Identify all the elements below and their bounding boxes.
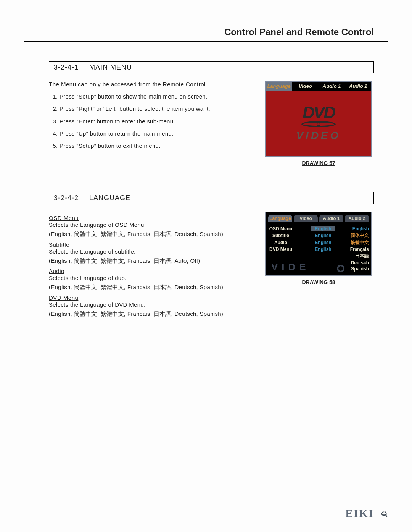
page-title: Control Panel and Remote Control [0, 27, 412, 41]
lang-option: English [350, 226, 369, 231]
sub-audio-desc: Selects the Language of dub. [49, 274, 252, 282]
sub-subtitle-langs: (English, 簡體中文, 繁體中文, Francais, 日本語, Aut… [49, 257, 252, 265]
page-number: ᨾ [378, 508, 388, 520]
osd-row-value: English [311, 247, 335, 252]
lang-option: Français [350, 247, 369, 252]
sub-audio-head: Audio [49, 268, 252, 274]
osd-row-value: English [311, 226, 335, 231]
osd-row-value: English [311, 240, 335, 245]
disc-icon [337, 265, 344, 272]
section-number: 3-2-4-1 [54, 63, 79, 71]
section-intro: The Menu can only be accessed from the R… [49, 81, 252, 87]
osd-tab-audio2: Audio 2 [345, 82, 371, 91]
figure-caption: DRAWING 58 [263, 279, 374, 285]
sub-dvdmenu-head: DVD Menu [49, 294, 252, 301]
background-watermark: VIDE [271, 261, 310, 273]
brand-logo: EIKI [345, 507, 374, 520]
figure-caption: DRAWING 57 [263, 160, 374, 166]
step-item: Press "Right" or "Left" button to select… [60, 105, 252, 113]
lang-option: 日本語 [350, 253, 369, 259]
figure-58: Language Video Audio 1 Audio 2 OSD Menu … [265, 212, 372, 276]
osd-tab-video: Video [294, 215, 318, 222]
section-title: LANGUAGE [89, 194, 130, 202]
video-logo-text: VIDEO [296, 129, 341, 142]
osd-row-label: Subtitle [268, 233, 293, 238]
step-item: Press "Setup" button to show the main me… [60, 93, 252, 100]
disc-icon [301, 121, 336, 127]
osd-row-label: OSD Menu [268, 226, 293, 231]
page-footer: EIKI ᨾ [24, 512, 388, 518]
sub-subtitle-desc: Selects the Language of subtitle. [49, 248, 252, 255]
lang-option: 繁體中文 [350, 239, 369, 246]
lang-option: 简体中文 [350, 232, 369, 239]
osd-tab-audio1: Audio 1 [319, 82, 345, 91]
osd-row-label: Audio [268, 240, 293, 245]
osd-row-value: English [311, 233, 335, 238]
osd-row-label: DVD Menu [268, 247, 293, 252]
section-heading-main-menu: 3-2-4-1 MAIN MENU [49, 61, 374, 73]
osd-tab-audio2: Audio 2 [345, 215, 369, 222]
sub-subtitle-head: Subtitle [49, 241, 252, 248]
step-item: Press "Enter" button to enter the sub-me… [60, 118, 252, 125]
footer-divider [24, 512, 388, 512]
lang-option: Deutsch [350, 260, 369, 265]
lang-option: Spanish [350, 266, 369, 272]
figure-57: Language Video Audio 1 Audio 2 DVD VIDEO [265, 81, 372, 157]
section-heading-language: 3-2-4-2 LANGUAGE [49, 192, 374, 204]
sub-dvdmenu-desc: Selects the Language of DVD Menu. [49, 301, 252, 309]
step-item: Press "Up" button to return the main men… [60, 130, 252, 137]
sub-osd-menu-desc: Selects the Language of OSD Menu. [49, 221, 252, 229]
osd-tab-video: Video [292, 82, 319, 91]
osd-tab-audio1: Audio 1 [319, 215, 343, 222]
sub-dvdmenu-langs: (English, 簡體中文, 繁體中文, Francais, 日本語, Deu… [49, 310, 252, 318]
steps-list: Press "Setup" button to show the main me… [51, 93, 252, 150]
section-number: 3-2-4-2 [54, 194, 79, 202]
osd-tab-language: Language [268, 215, 292, 222]
dvd-logo-text: DVD [303, 105, 335, 120]
sub-osd-menu-head: OSD Menu [49, 215, 252, 221]
osd-tab-language: Language [266, 82, 292, 91]
section-title: MAIN MENU [89, 63, 132, 71]
sub-osd-menu-langs: (English, 簡體中文, 繁體中文, Francais, 日本語, Deu… [49, 230, 252, 238]
sub-audio-langs: (English, 簡體中文, 繁體中文, Francais, 日本語, Deu… [49, 283, 252, 291]
step-item: Press "Setup" button to exit the menu. [60, 142, 252, 150]
